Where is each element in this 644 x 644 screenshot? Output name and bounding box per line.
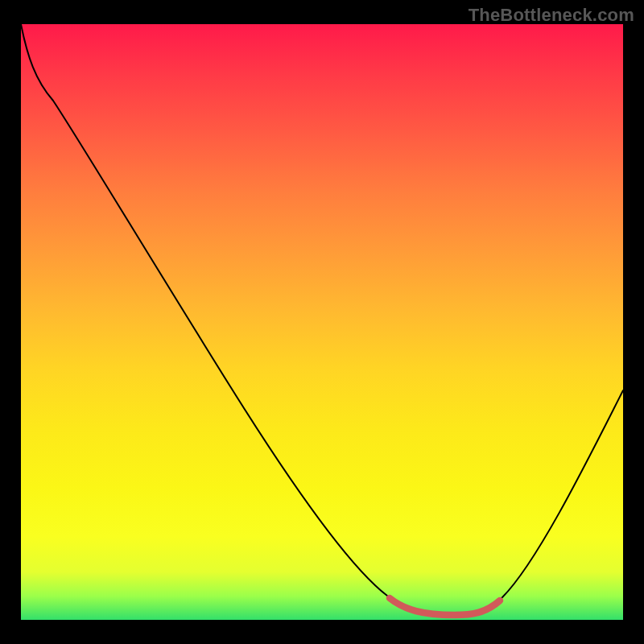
plot-area (21, 24, 623, 620)
curve-path (21, 24, 623, 614)
chart-root: TheBottleneck.com (0, 0, 644, 644)
watermark: TheBottleneck.com (469, 5, 634, 26)
bottleneck-curve (21, 24, 623, 620)
curve-bottom-highlight (390, 598, 500, 615)
